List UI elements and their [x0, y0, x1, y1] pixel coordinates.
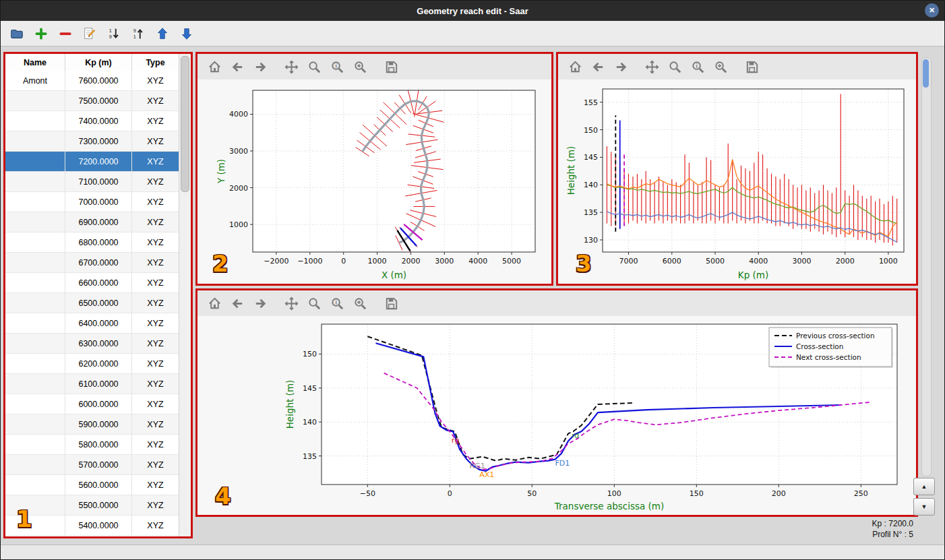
zoom-button[interactable]	[305, 294, 323, 312]
table-row[interactable]: 7200.0000XYZ	[5, 152, 179, 172]
table-row[interactable]: 5900.0000XYZ	[5, 414, 179, 435]
cell-name[interactable]	[5, 131, 65, 152]
cell-name[interactable]	[5, 232, 65, 253]
cell-name[interactable]	[5, 475, 65, 495]
save-button[interactable]	[382, 58, 400, 75]
cell-kp[interactable]: 6800.0000	[65, 232, 132, 253]
header-name[interactable]: Name	[5, 54, 65, 71]
cell-name[interactable]	[5, 192, 65, 212]
table-row[interactable]: 6500.0000XYZ	[5, 293, 179, 313]
cell-type[interactable]: XYZ	[132, 71, 179, 91]
cell-type[interactable]: XYZ	[132, 293, 179, 313]
open-folder-button[interactable]	[7, 24, 26, 43]
cell-type[interactable]: XYZ	[132, 374, 179, 394]
cell-type[interactable]: XYZ	[132, 172, 179, 192]
cell-type[interactable]: XYZ	[132, 354, 179, 374]
table-row[interactable]: 6900.0000XYZ	[5, 212, 179, 232]
table-row[interactable]: 7400.0000XYZ	[5, 111, 179, 131]
home-button[interactable]	[206, 58, 223, 75]
cell-kp[interactable]: 6000.0000	[65, 394, 132, 414]
zoom-button[interactable]	[666, 58, 683, 75]
table-row[interactable]: 5600.0000XYZ	[5, 475, 179, 495]
cell-name[interactable]	[5, 212, 65, 232]
cell-type[interactable]: XYZ	[132, 131, 179, 152]
edit-button[interactable]	[80, 24, 99, 43]
zoom-button[interactable]	[305, 58, 323, 75]
vertical-scrollbar-thumb[interactable]	[923, 59, 929, 88]
table-row[interactable]: 5800.0000XYZ	[5, 435, 179, 455]
cell-name[interactable]	[5, 354, 65, 374]
cell-kp[interactable]: 5600.0000	[65, 475, 132, 495]
profile-up-button[interactable]: ▲	[913, 478, 935, 495]
table-row[interactable]: 7500.0000XYZ	[5, 91, 179, 111]
move-up-button[interactable]	[153, 24, 172, 43]
table-scrollbar-thumb[interactable]	[181, 56, 189, 192]
cell-kp[interactable]: 6100.0000	[65, 374, 132, 394]
cell-name[interactable]	[5, 293, 65, 313]
table-row[interactable]: 5700.0000XYZ	[5, 455, 179, 475]
zoom-info-button[interactable]: i	[689, 58, 706, 75]
remove-row-button[interactable]	[56, 24, 75, 43]
cell-type[interactable]: XYZ	[132, 435, 179, 455]
header-kp[interactable]: Kp (m)	[65, 54, 132, 71]
cell-type[interactable]: XYZ	[132, 313, 179, 334]
cell-kp[interactable]: 5900.0000	[65, 414, 132, 435]
save-button[interactable]	[743, 58, 760, 75]
cell-name[interactable]	[5, 374, 65, 394]
table-row[interactable]: Amont7600.0000XYZ	[5, 71, 179, 91]
pan-button[interactable]	[643, 58, 661, 75]
forward-button[interactable]	[251, 294, 269, 312]
table-scrollbar[interactable]	[179, 54, 191, 536]
cell-name[interactable]	[5, 334, 65, 354]
cell-name[interactable]	[5, 152, 65, 172]
cell-type[interactable]: XYZ	[132, 253, 179, 273]
cell-kp[interactable]: 5500.0000	[65, 495, 132, 516]
cell-name[interactable]	[5, 172, 65, 192]
cell-kp[interactable]: 5800.0000	[65, 435, 132, 455]
cell-kp[interactable]: 7400.0000	[65, 111, 132, 131]
cell-name[interactable]	[5, 111, 65, 131]
sort-ascending-button[interactable]: 91	[129, 24, 148, 43]
cell-kp[interactable]: 5700.0000	[65, 455, 132, 475]
cell-kp[interactable]: 6600.0000	[65, 273, 132, 293]
cell-type[interactable]: XYZ	[132, 475, 179, 495]
cell-kp[interactable]: 7200.0000	[65, 152, 132, 172]
cell-kp[interactable]: 7000.0000	[65, 192, 132, 212]
cell-kp[interactable]: 6700.0000	[65, 253, 132, 273]
cell-type[interactable]: XYZ	[132, 394, 179, 414]
cell-name[interactable]	[5, 495, 65, 516]
zoom-plus-button[interactable]	[712, 58, 729, 75]
cell-type[interactable]: XYZ	[132, 414, 179, 435]
save-button[interactable]	[382, 294, 400, 312]
back-button[interactable]	[589, 58, 607, 75]
pan-button[interactable]	[282, 294, 300, 312]
cell-kp[interactable]: 7100.0000	[65, 172, 132, 192]
cell-type[interactable]: XYZ	[132, 495, 179, 516]
table-row[interactable]: 5500.0000XYZ	[5, 495, 179, 516]
cell-name[interactable]	[5, 516, 65, 536]
vertical-scrollbar[interactable]	[921, 57, 932, 476]
cell-name[interactable]	[5, 394, 65, 414]
cell-type[interactable]: XYZ	[132, 232, 179, 253]
table-row[interactable]: 6000.0000XYZ	[5, 394, 179, 414]
long-profile-chart[interactable]: 7000600050004000300020001000130135140145…	[559, 81, 915, 283]
move-down-button[interactable]	[177, 24, 196, 43]
table-row[interactable]: 6700.0000XYZ	[5, 253, 179, 273]
table-row[interactable]: 7300.0000XYZ	[5, 131, 179, 152]
zoom-plus-button[interactable]	[351, 58, 369, 75]
cell-kp[interactable]: 6900.0000	[65, 212, 132, 232]
cell-kp[interactable]: 7300.0000	[65, 131, 132, 152]
cell-kp[interactable]: 6400.0000	[65, 313, 132, 334]
cross-section-chart[interactable]: −50050100150200250135140145150rgrdRG1AX1…	[199, 317, 915, 514]
cell-kp[interactable]: 6500.0000	[65, 293, 132, 313]
cell-kp[interactable]: 6300.0000	[65, 334, 132, 354]
cell-name[interactable]	[5, 414, 65, 435]
cell-type[interactable]: XYZ	[132, 111, 179, 131]
cell-type[interactable]: XYZ	[132, 91, 179, 111]
cell-kp[interactable]: 5400.0000	[65, 516, 132, 536]
cell-type[interactable]: XYZ	[132, 152, 179, 172]
cell-type[interactable]: XYZ	[132, 273, 179, 293]
plan-view-chart[interactable]: −2000−1000010002000300040005000100020003…	[199, 81, 550, 283]
back-button[interactable]	[228, 294, 246, 312]
table-row[interactable]: 5400.0000XYZ	[5, 516, 179, 536]
